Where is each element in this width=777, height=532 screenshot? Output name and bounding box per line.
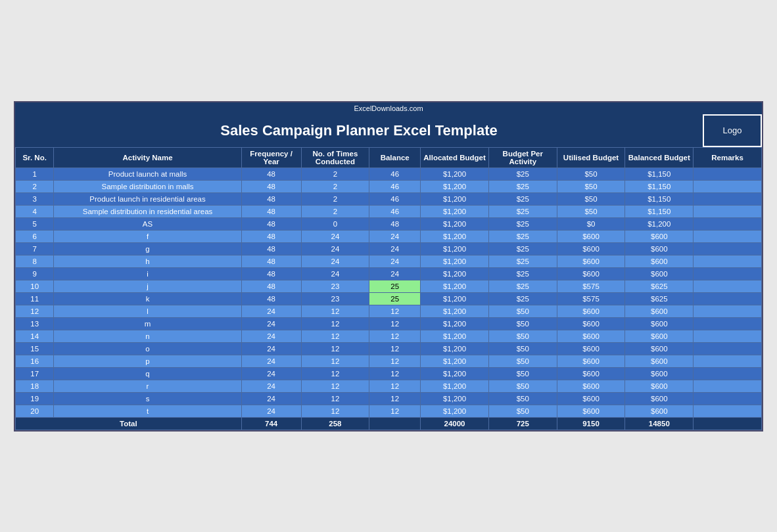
header-budget-per-activity: Budget Per Activity (488, 147, 557, 167)
cell-balance: 12 (369, 380, 421, 392)
cell-utilised: $600 (557, 355, 625, 367)
cell-sr: 12 (16, 305, 54, 317)
cell-balance: 12 (369, 342, 421, 355)
cell-freq: 48 (241, 242, 301, 255)
table-row: 15 o 24 12 12 $1,200 $50 $600 $600 (16, 342, 762, 355)
cell-balanced: $600 (625, 355, 694, 367)
cell-activity: f (54, 230, 241, 242)
cell-utilised: $600 (557, 255, 625, 267)
cell-bpa: $25 (488, 192, 557, 205)
cell-freq: 24 (241, 367, 301, 380)
table-row: 5 AS 48 0 48 $1,200 $25 $0 $1,200 (16, 217, 762, 230)
total-utilised: 9150 (557, 417, 625, 430)
cell-balance: 12 (369, 305, 421, 317)
table-row: 9 i 48 24 24 $1,200 $25 $600 $600 (16, 267, 762, 280)
cell-bpa: $50 (488, 392, 557, 405)
table-row: 7 g 48 24 24 $1,200 $25 $600 $600 (16, 242, 762, 255)
table-row: 8 h 48 24 24 $1,200 $25 $600 $600 (16, 255, 762, 267)
table-row: 10 j 48 23 25 $1,200 $25 $575 $625 (16, 280, 762, 292)
cell-freq: 48 (241, 167, 301, 180)
cell-allocated: $1,200 (421, 280, 489, 292)
cell-activity: t (54, 405, 241, 417)
cell-remarks (694, 305, 762, 317)
header-frequency: Frequency / Year (241, 147, 301, 167)
header-activity-name: Activity Name (54, 147, 241, 167)
cell-balanced: $1,150 (625, 192, 694, 205)
cell-balanced: $600 (625, 305, 694, 317)
cell-remarks (694, 355, 762, 367)
header-row: Sr. No. Activity Name Frequency / Year N… (16, 147, 762, 167)
cell-balance: 25 (369, 292, 421, 305)
cell-allocated: $1,200 (421, 367, 489, 380)
table-row: 19 s 24 12 12 $1,200 $50 $600 $600 (16, 392, 762, 405)
cell-times: 12 (301, 342, 369, 355)
cell-utilised: $575 (557, 280, 625, 292)
table-row: 1 Product launch at malls 48 2 46 $1,200… (16, 167, 762, 180)
cell-freq: 48 (241, 217, 301, 230)
cell-balance: 12 (369, 317, 421, 330)
planner-table: Sr. No. Activity Name Frequency / Year N… (15, 147, 762, 430)
cell-remarks (694, 267, 762, 280)
total-remarks (694, 417, 762, 430)
cell-times: 12 (301, 405, 369, 417)
cell-balanced: $600 (625, 380, 694, 392)
site-name: ExcelDownloads.com (354, 104, 423, 112)
cell-times: 12 (301, 367, 369, 380)
cell-times: 2 (301, 205, 369, 217)
table-row: 6 f 48 24 24 $1,200 $25 $600 $600 (16, 230, 762, 242)
cell-bpa: $25 (488, 267, 557, 280)
cell-utilised: $50 (557, 180, 625, 192)
cell-sr: 5 (16, 217, 54, 230)
cell-sr: 16 (16, 355, 54, 367)
table-row: 11 k 48 23 25 $1,200 $25 $575 $625 (16, 292, 762, 305)
cell-freq: 48 (241, 230, 301, 242)
cell-activity: r (54, 380, 241, 392)
cell-sr: 18 (16, 380, 54, 392)
cell-activity: AS (54, 217, 241, 230)
cell-allocated: $1,200 (421, 392, 489, 405)
total-row: Total 744 258 24000 725 9150 14850 (16, 417, 762, 430)
cell-remarks (694, 255, 762, 267)
cell-bpa: $50 (488, 380, 557, 392)
cell-balance: 12 (369, 330, 421, 342)
cell-allocated: $1,200 (421, 192, 489, 205)
cell-remarks (694, 217, 762, 230)
header-sr-no: Sr. No. (16, 147, 54, 167)
site-bar: ExcelDownloads.com (15, 102, 762, 114)
table-row: 2 Sample distribution in malls 48 2 46 $… (16, 180, 762, 192)
table-row: 4 Sample distribution in residential are… (16, 205, 762, 217)
cell-remarks (694, 180, 762, 192)
cell-activity: n (54, 330, 241, 342)
table-row: 13 m 24 12 12 $1,200 $50 $600 $600 (16, 317, 762, 330)
cell-bpa: $50 (488, 342, 557, 355)
cell-sr: 17 (16, 367, 54, 380)
header-balanced: Balanced Budget (625, 147, 694, 167)
cell-times: 2 (301, 167, 369, 180)
cell-balanced: $625 (625, 292, 694, 305)
cell-freq: 48 (241, 192, 301, 205)
cell-remarks (694, 205, 762, 217)
cell-bpa: $50 (488, 405, 557, 417)
cell-allocated: $1,200 (421, 167, 489, 180)
cell-allocated: $1,200 (421, 305, 489, 317)
cell-activity: p (54, 355, 241, 367)
cell-balanced: $600 (625, 242, 694, 255)
table-row: 14 n 24 12 12 $1,200 $50 $600 $600 (16, 330, 762, 342)
table-row: 17 q 24 12 12 $1,200 $50 $600 $600 (16, 367, 762, 380)
cell-balance: 12 (369, 367, 421, 380)
cell-bpa: $25 (488, 242, 557, 255)
cell-utilised: $50 (557, 205, 625, 217)
cell-freq: 48 (241, 292, 301, 305)
cell-bpa: $50 (488, 317, 557, 330)
cell-allocated: $1,200 (421, 355, 489, 367)
cell-utilised: $600 (557, 342, 625, 355)
cell-balance: 46 (369, 192, 421, 205)
cell-freq: 24 (241, 392, 301, 405)
cell-times: 12 (301, 330, 369, 342)
cell-sr: 20 (16, 405, 54, 417)
cell-sr: 4 (16, 205, 54, 217)
cell-sr: 13 (16, 317, 54, 330)
cell-times: 24 (301, 230, 369, 242)
cell-bpa: $25 (488, 205, 557, 217)
cell-activity: Product launch at malls (54, 167, 241, 180)
